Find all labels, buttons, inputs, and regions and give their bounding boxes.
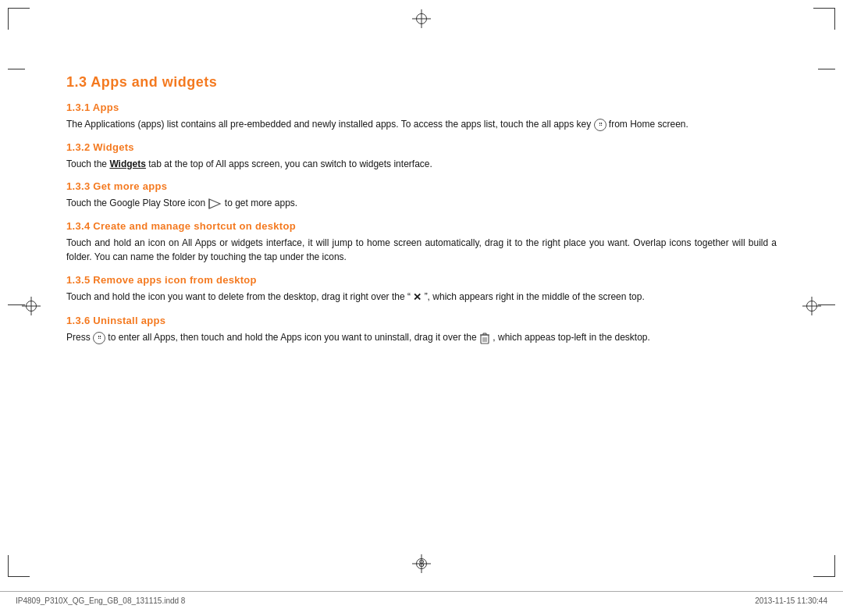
section-1-3-2: 1.3.2 Widgets Touch the Widgets tab at t… [66,141,777,172]
page: 1.3 Apps and widgets 1.3.1 Apps The Appl… [0,0,843,616]
trash-icon [479,332,490,344]
section-body-1-3-6: Press ⠿ to enter all Apps, then touch an… [66,330,777,345]
tick-mark [818,69,835,69]
body-text-span: Press [66,332,93,343]
body-text-span: to enter all Apps, then touch and hold t… [108,332,479,343]
all-apps-icon: ⠿ [594,119,606,131]
section-title-1-3-1: 1.3.1 Apps [66,101,777,113]
body-text-span: The Applications (apps) list contains al… [66,119,594,130]
tick-mark [8,69,25,69]
main-content: 1.3 Apps and widgets 1.3.1 Apps The Appl… [66,74,777,554]
apps-key-icon: ⠿ [93,332,105,344]
footer-right: 2013-11-15 11:30:44 [755,596,827,605]
play-store-icon [208,198,222,209]
chapter-main-title: 1.3 Apps and widgets [66,74,777,91]
section-title-1-3-6: 1.3.6 Uninstall apps [66,315,777,326]
section-1-3-1: 1.3.1 Apps The Applications (apps) list … [66,101,777,132]
body-text-span: Touch the Google Play Store icon [66,198,208,208]
body-text-span: ”, which appears right in the middle of … [425,291,645,302]
body-text-span: Touch and hold the icon you want to dele… [66,291,411,302]
section-body-1-3-1: The Applications (apps) list contains al… [66,117,777,132]
body-text-span: Touch the [66,158,109,169]
crosshair-top [412,9,431,28]
section-title-1-3-3: 1.3.3 Get more apps [66,180,777,192]
crop-mark-tl [8,8,30,30]
section-title-1-3-2: 1.3.2 Widgets [66,141,777,153]
widgets-keyword: Widgets [109,158,146,169]
section-1-3-3: 1.3.3 Get more apps Touch the Google Pla… [66,180,777,211]
body-text-span: to get more apps. [225,198,297,208]
section-body-1-3-4: Touch and hold an icon on All Apps or wi… [66,236,777,265]
page-number: 8 [418,557,424,569]
section-title-1-3-4: 1.3.4 Create and manage shortcut on desk… [66,220,777,232]
body-text-span: from Home screen. [609,119,688,130]
crop-mark-br [813,555,835,577]
body-text-span: tab at the top of All apps screen, you c… [146,158,432,169]
section-body-1-3-3: Touch the Google Play Store icon to get … [66,196,777,211]
section-1-3-4: 1.3.4 Create and manage shortcut on desk… [66,220,777,265]
section-1-3-6: 1.3.6 Uninstall apps Press ⠿ to enter al… [66,315,777,345]
section-body-1-3-2: Touch the Widgets tab at the top of All … [66,157,777,172]
body-text-span: , which appeas top-left in the desktop. [493,332,649,343]
footer: IP4809_P310X_QG_Eng_GB_08_131115.indd 8 … [0,591,843,605]
footer-left: IP4809_P310X_QG_Eng_GB_08_131115.indd 8 [16,596,185,605]
section-body-1-3-5: Touch and hold the icon you want to dele… [66,290,777,305]
svg-marker-0 [209,199,220,208]
section-title-1-3-5: 1.3.5 Remove apps icon from desktop [66,274,777,286]
crosshair-left [22,297,41,315]
x-icon: ✕ [413,291,422,303]
crop-mark-tr [813,8,835,30]
crop-mark-bl [8,555,30,577]
crosshair-right [802,297,821,315]
section-1-3-5: 1.3.5 Remove apps icon from desktop Touc… [66,274,777,305]
